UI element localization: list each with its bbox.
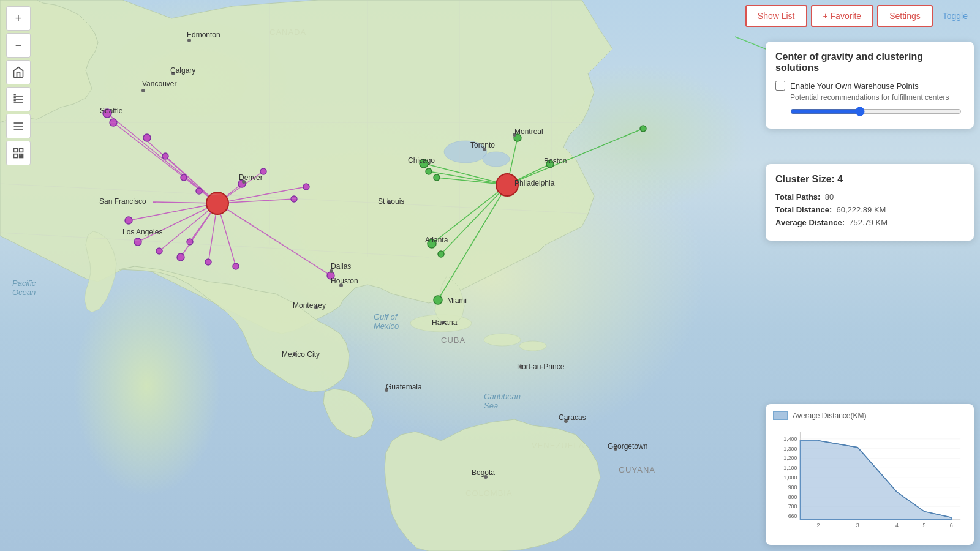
favorite-button[interactable]: + Favorite	[811, 5, 874, 27]
qr-button[interactable]	[6, 141, 31, 165]
cluster-title: Cluster Size: 4	[775, 174, 964, 185]
svg-rect-100	[22, 154, 23, 156]
cog-slider[interactable]	[790, 107, 962, 116]
svg-text:1,300: 1,300	[783, 446, 797, 452]
total-paths-value: 80	[825, 192, 834, 201]
menu-button[interactable]	[6, 114, 31, 138]
svg-text:1,100: 1,100	[783, 465, 797, 471]
distance-chart: 1,400 1,300 1,200 1,100 1,000 900 800 70…	[773, 425, 967, 535]
total-distance-label: Total Distance:	[775, 205, 832, 214]
toolbar: Show List + Favorite Settings Toggle	[745, 5, 974, 27]
svg-text:1,400: 1,400	[783, 436, 797, 442]
avg-distance-stat: Average Distance: 752.79 KM	[775, 218, 964, 227]
chart-panel: Average Distance(KM) 1,400 1,300 1,200	[766, 404, 974, 545]
total-distance-value: 60,222.89 KM	[836, 205, 886, 214]
svg-text:1,200: 1,200	[783, 455, 797, 461]
legend-label: Average Distance(KM)	[793, 411, 867, 420]
avg-distance-label: Average Distance:	[775, 218, 845, 227]
svg-text:6: 6	[950, 522, 953, 528]
chart-legend: Average Distance(KM)	[773, 411, 967, 420]
svg-text:900: 900	[788, 484, 797, 490]
svg-rect-99	[20, 154, 21, 156]
settings-button[interactable]: Settings	[877, 5, 933, 27]
cog-panel: Center of gravity and clustering solutio…	[766, 42, 974, 129]
toggle-button[interactable]: Toggle	[937, 6, 974, 26]
cluster-panel: Cluster Size: 4 Total Paths: 80 Total Di…	[766, 164, 974, 241]
svg-text:700: 700	[788, 503, 797, 509]
svg-rect-102	[21, 157, 23, 158]
cog-panel-title: Center of gravity and clustering solutio…	[775, 51, 964, 73]
zoom-in-button[interactable]: +	[6, 6, 31, 31]
total-distance-stat: Total Distance: 60,222.89 KM	[775, 205, 964, 214]
legend-color-box	[773, 411, 788, 420]
svg-rect-97	[20, 149, 23, 152]
home-button[interactable]	[6, 60, 31, 84]
own-warehouse-checkbox[interactable]	[775, 81, 785, 91]
svg-text:2: 2	[817, 522, 820, 528]
zoom-out-button[interactable]: −	[6, 33, 31, 58]
svg-text:660: 660	[788, 513, 797, 519]
svg-text:800: 800	[788, 494, 797, 500]
svg-text:1,000: 1,000	[783, 474, 797, 481]
avg-distance-value: 752.79 KM	[849, 218, 888, 227]
show-list-button[interactable]: Show List	[745, 5, 807, 27]
svg-text:4: 4	[895, 522, 899, 528]
own-warehouse-label[interactable]: Enable Your Own Warehouse Points	[790, 81, 919, 91]
svg-rect-101	[20, 157, 21, 158]
svg-text:5: 5	[922, 522, 925, 528]
total-paths-label: Total Paths:	[775, 192, 820, 201]
cog-sub-label: Potential recommendations for fulfillmen…	[790, 93, 964, 102]
svg-rect-98	[14, 154, 18, 158]
map-controls: + −	[6, 6, 31, 165]
layers-button[interactable]	[6, 87, 31, 111]
svg-rect-96	[14, 149, 18, 152]
svg-text:3: 3	[856, 522, 859, 528]
total-paths-stat: Total Paths: 80	[775, 192, 964, 201]
